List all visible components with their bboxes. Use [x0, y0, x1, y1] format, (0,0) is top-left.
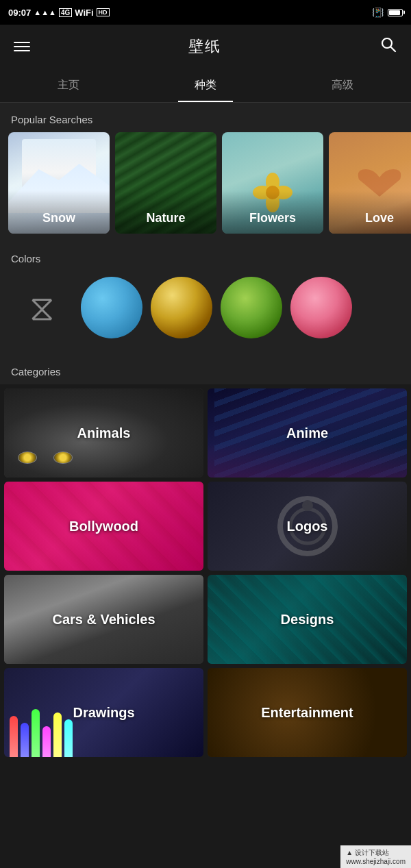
status-bar: 09:07 ▲▲▲ 4G WiFi HD 📳	[0, 0, 411, 25]
app-title: 壁纸	[188, 36, 221, 57]
search-button[interactable]	[379, 36, 397, 58]
color-hourglass[interactable]: ⧖	[11, 277, 73, 338]
vibrate-icon: 📳	[372, 7, 384, 18]
popular-card-nature[interactable]: Nature	[115, 132, 216, 234]
category-entertainment[interactable]: Entertainment	[208, 668, 407, 757]
category-anime[interactable]: Anime	[208, 388, 407, 478]
tab-bar: 主页 种类 高级	[0, 69, 411, 103]
category-animals[interactable]: Animals	[4, 388, 203, 478]
category-drawings[interactable]: Drawings	[4, 668, 203, 757]
status-time: 09:07	[8, 8, 31, 18]
signal-icon: ▲▲▲	[34, 8, 56, 16]
category-designs-label: Designs	[208, 575, 407, 664]
category-anime-label: Anime	[208, 388, 407, 478]
svg-line-1	[391, 47, 396, 52]
watermark-line1: ▲ 设计下载站	[346, 848, 406, 858]
header: 壁纸	[0, 25, 411, 69]
color-green[interactable]	[221, 277, 282, 338]
category-drawings-label: Drawings	[4, 668, 203, 757]
tab-categories[interactable]: 种类	[137, 69, 274, 102]
category-bollywood[interactable]: Bollywood	[4, 482, 203, 571]
tab-advanced[interactable]: 高级	[274, 69, 411, 102]
watermark: ▲ 设计下载站 www.shejizhaji.com	[340, 845, 411, 868]
category-designs[interactable]: Designs	[208, 575, 407, 664]
color-pink[interactable]	[290, 277, 352, 338]
category-animals-label: Animals	[4, 388, 203, 478]
popular-searches-scroll[interactable]: Snow Nature Flowers	[0, 132, 411, 242]
popular-card-flowers[interactable]: Flowers	[222, 132, 323, 234]
popular-searches-title: Popular Searches	[0, 103, 411, 132]
tab-home[interactable]: 主页	[0, 69, 137, 102]
battery-icon	[388, 9, 403, 16]
popular-card-love-label: Love	[329, 190, 411, 234]
category-cars-label: Cars & Vehicles	[4, 575, 203, 664]
categories-title: Categories	[0, 355, 411, 384]
hourglass-icon: ⧖	[29, 290, 55, 325]
popular-card-love[interactable]: Love	[329, 132, 411, 234]
categories-grid: Animals Anime Bollywood	[0, 384, 411, 761]
categories-section: Categories Animals	[0, 355, 411, 761]
category-cars[interactable]: Cars & Vehicles	[4, 575, 203, 664]
hd-icon: HD	[97, 8, 110, 16]
category-logos[interactable]: Logos	[208, 482, 407, 571]
color-gold[interactable]	[151, 277, 212, 338]
popular-card-nature-label: Nature	[115, 190, 216, 234]
category-entertainment-label: Entertainment	[208, 668, 407, 757]
wifi-icon: WiFi	[75, 8, 93, 18]
status-right-area: 📳	[372, 7, 403, 18]
network-type: 4G	[59, 8, 72, 17]
category-logos-label: Logos	[208, 482, 407, 571]
colors-section: Colors ⧖	[0, 242, 411, 355]
colors-title: Colors	[0, 242, 411, 271]
colors-scroll[interactable]: ⧖	[0, 271, 411, 344]
menu-button[interactable]	[14, 42, 30, 51]
status-time-area: 09:07 ▲▲▲ 4G WiFi HD	[8, 8, 110, 18]
popular-card-snow-label: Snow	[8, 190, 110, 234]
watermark-line2: www.shejizhaji.com	[346, 858, 406, 865]
popular-card-flowers-label: Flowers	[222, 190, 323, 234]
color-blue[interactable]	[81, 277, 142, 338]
category-bollywood-label: Bollywood	[4, 482, 203, 571]
content-area: Popular Searches Snow Nature	[0, 103, 411, 761]
popular-card-snow[interactable]: Snow	[8, 132, 110, 234]
